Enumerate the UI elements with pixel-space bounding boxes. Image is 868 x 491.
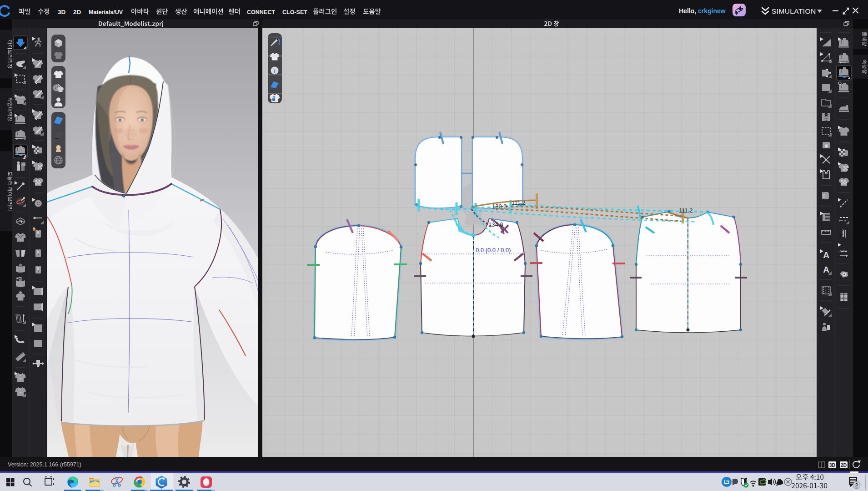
svg-text:111.2: 111.2	[512, 199, 526, 206]
svg-text:crkginew: crkginew	[698, 7, 726, 15]
svg-text:2D: 2D	[841, 462, 847, 468]
svg-text:A: A	[823, 250, 829, 260]
svg-text:Hello,: Hello,	[679, 7, 696, 15]
svg-text:🔒: 🔒	[32, 226, 36, 231]
svg-text:2D: 2D	[73, 9, 81, 15]
svg-text:Materials/UV: Materials/UV	[89, 9, 123, 15]
svg-text:SIMULATION: SIMULATION	[772, 7, 816, 15]
svg-text:A: A	[823, 265, 829, 274]
svg-text:i: i	[274, 67, 276, 74]
svg-text:3D: 3D	[829, 462, 836, 468]
svg-text:3D: 3D	[58, 9, 66, 15]
svg-text:134.0: 134.0	[488, 221, 503, 228]
svg-text:111.2: 111.2	[679, 207, 693, 214]
svg-text:CLO-SET: CLO-SET	[282, 9, 307, 15]
svg-text:Version: 2025.1.166 (r55971): Version: 2025.1.166 (r55971)	[8, 461, 81, 468]
svg-text:0.0 (0.0 / 0.0): 0.0 (0.0 / 0.0)	[476, 247, 511, 253]
svg-text:130.0: 130.0	[492, 203, 507, 210]
svg-text:2: 2	[855, 482, 858, 489]
svg-text:CONNECT: CONNECT	[247, 9, 275, 15]
